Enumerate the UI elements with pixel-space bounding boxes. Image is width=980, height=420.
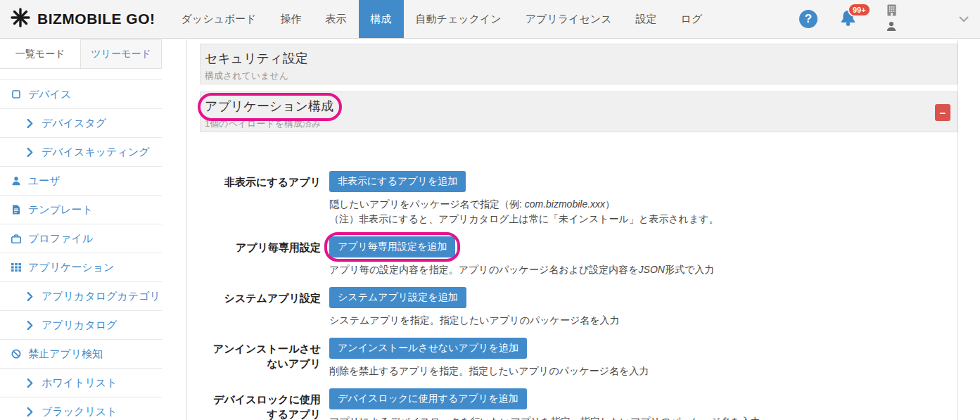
nav-display[interactable]: 表示 xyxy=(314,0,359,38)
row-note: （注）非表示にすると、アプリカタログ上は常に「未インストール」と表示されます。 xyxy=(329,212,719,226)
add-per-app-setting-button[interactable]: アプリ毎専用設定を追加 xyxy=(329,236,455,257)
sidebar-item-blacklist[interactable]: ブラックリスト xyxy=(0,397,162,420)
section-application-config[interactable]: アプリケーション構成 1個のペイロードを構成済み xyxy=(200,91,957,132)
desc-emphasis: JSON xyxy=(639,264,665,275)
desc-text: 隠したいアプリをパッケージ名で指定（例: xyxy=(329,198,525,210)
user-avatar-icon xyxy=(886,21,897,34)
sidebar-item-templates[interactable]: テンプレート xyxy=(0,195,162,224)
template-icon xyxy=(11,205,22,215)
sidebar-item-label: デバイスキッティング xyxy=(42,146,150,159)
sidebar-item-whitelist[interactable]: ホワイトリスト xyxy=(0,368,162,397)
chevron-right-icon xyxy=(24,119,35,128)
main-content: セキュリティ設定 構成されていません アプリケーション構成 1個のペイロードを構… xyxy=(186,39,958,420)
form-row-per-app-settings: アプリ毎専用設定 アプリ毎専用設定を追加 アプリ毎の設定内容を指定。アプリのパッ… xyxy=(200,236,957,277)
profile-icon xyxy=(11,234,22,243)
asterisk-logo-icon xyxy=(10,7,31,31)
notifications-button[interactable]: 99+ xyxy=(839,8,858,30)
chevron-right-icon xyxy=(24,321,35,330)
sidebar-item-device-kitting[interactable]: デバイスキッティング xyxy=(0,137,162,166)
row-description: 削除を禁止するアプリを指定。指定したいアプリのパッケージ名を入力 xyxy=(329,364,649,378)
chevron-right-icon xyxy=(24,148,35,157)
account-menu[interactable] xyxy=(886,4,897,34)
bell-icon xyxy=(839,18,858,30)
sidebar-item-label: デバイスタグ xyxy=(42,117,106,130)
row-label-line1: アンインストールさせ xyxy=(213,343,321,355)
chevron-down-icon[interactable] xyxy=(959,16,969,23)
sidebar-mode-tabs: 一覧モード ツリーモード xyxy=(0,39,162,69)
remove-payload-button[interactable]: − xyxy=(935,104,950,121)
topbar-right: ? 99+ xyxy=(799,0,980,38)
section-security-settings[interactable]: セキュリティ設定 構成されていません xyxy=(200,44,957,84)
form-row-system-app-settings: システムアプリ設定 システムアプリ設定を追加 システムアプリを指定。指定したいア… xyxy=(200,287,957,328)
nav-auto-checkin[interactable]: 自動チェックイン xyxy=(404,0,514,38)
nav-settings[interactable]: 設定 xyxy=(624,0,669,38)
ban-icon xyxy=(11,349,22,359)
row-label-line2: ないアプリ xyxy=(267,357,321,369)
row-label-line1: アプリ毎専用設定 xyxy=(236,241,321,253)
row-label: デバイスロックに使用 するアプリ xyxy=(200,388,321,420)
row-label-line1: 非表示にするアプリ xyxy=(224,176,321,188)
sidebar-item-applications[interactable]: アプリケーション xyxy=(0,253,162,281)
row-label-line1: システムアプリ設定 xyxy=(224,292,321,304)
sidebar-item-users[interactable]: ユーザ xyxy=(0,166,162,195)
row-content: デバイスロックに使用するアプリを追加 アプリによるデバイスロックを行いたいアプリ… xyxy=(329,388,761,420)
organization-icon xyxy=(886,4,897,19)
sidebar-menu: デバイス デバイスタグ デバイスキッティング ユーザ xyxy=(0,79,162,420)
section-subtitle: 1個のペイロードを構成済み xyxy=(205,117,950,130)
chevron-right-icon xyxy=(24,292,35,301)
nav-configuration[interactable]: 構成 xyxy=(359,0,404,38)
notification-badge: 99+ xyxy=(848,3,871,17)
nav-app-license[interactable]: アプリライセンス xyxy=(514,0,624,38)
add-system-app-setting-button[interactable]: システムアプリ設定を追加 xyxy=(329,287,466,308)
sidebar-item-device-tags[interactable]: デバイスタグ xyxy=(0,108,162,137)
section-title: アプリケーション構成 xyxy=(205,98,333,115)
row-label: 非表示にするアプリ xyxy=(200,171,321,227)
add-hidden-app-button[interactable]: 非表示にするアプリを追加 xyxy=(329,171,466,192)
desc-text: 削除を禁止するアプリを指定。指定したいアプリのパッケージ名を入力 xyxy=(329,365,649,376)
sidebar-item-label: ユーザ xyxy=(28,174,61,188)
tab-list-mode[interactable]: 一覧モード xyxy=(0,39,80,68)
sidebar-item-label: プロファイル xyxy=(28,232,93,246)
top-navbar: BIZMOBILE GO! ダッシュボード 操作 表示 構成 自動チェックイン … xyxy=(0,0,980,39)
row-label: アンインストールさせ ないアプリ xyxy=(200,338,321,378)
payload-form: − 非表示にするアプリ 非表示にするアプリを追加 隠したいアプリをパッケージ名で… xyxy=(187,132,957,420)
desc-text: システムアプリを指定。指定したいアプリのパッケージ名を入力 xyxy=(329,314,620,326)
row-description: アプリ毎の設定内容を指定。アプリのパッケージ名および設定内容をJSON形式で入力 xyxy=(329,262,714,276)
section-title: セキュリティ設定 xyxy=(205,50,308,67)
add-device-lock-app-button[interactable]: デバイスロックに使用するアプリを追加 xyxy=(329,388,527,409)
main-nav: ダッシュボード 操作 表示 構成 自動チェックイン アプリライセンス 設定 ログ xyxy=(170,0,715,38)
sidebar-item-app-catalog-category[interactable]: アプリカタログカテゴリ xyxy=(0,281,162,310)
form-row-prevent-uninstall-apps: アンインストールさせ ないアプリ アンインストールさせないアプリを追加 削除を禁… xyxy=(200,338,957,378)
tab-tree-mode[interactable]: ツリーモード xyxy=(80,39,162,68)
row-content: システムアプリ設定を追加 システムアプリを指定。指定したいアプリのパッケージ名を… xyxy=(329,287,620,328)
section-subtitle: 構成されていません xyxy=(205,70,950,82)
form-row-hidden-apps: 非表示にするアプリ 非表示にするアプリを追加 隠したいアプリをパッケージ名で指定… xyxy=(200,171,957,227)
sidebar-item-label: デバイス xyxy=(28,88,71,101)
desc-text: 形式で入力 xyxy=(665,264,714,275)
help-icon[interactable]: ? xyxy=(799,10,817,28)
desc-text: ） xyxy=(605,198,615,210)
chevron-right-icon xyxy=(24,407,35,416)
add-prevent-uninstall-app-button[interactable]: アンインストールさせないアプリを追加 xyxy=(329,338,527,359)
device-icon xyxy=(11,90,22,98)
row-content: 非表示にするアプリを追加 隠したいアプリをパッケージ名で指定（例: com.bi… xyxy=(329,171,719,227)
sidebar-item-banned-app-detection[interactable]: 禁止アプリ検知 xyxy=(0,339,162,368)
row-description: アプリによるデバイスロックを行いたいアプリを指定。指定したいアプリのパッケージ名… xyxy=(329,414,761,420)
sidebar-item-profiles[interactable]: プロファイル xyxy=(0,224,162,253)
app-logo[interactable]: BIZMOBILE GO! xyxy=(0,0,170,38)
nav-operations[interactable]: 操作 xyxy=(269,0,314,38)
app-title: BIZMOBILE GO! xyxy=(37,11,155,27)
sidebar-item-label: アプリカタログカテゴリ xyxy=(42,290,160,303)
desc-text: アプリ毎の設定内容を指定。アプリのパッケージ名および設定内容を xyxy=(329,264,639,275)
row-label: アプリ毎専用設定 xyxy=(200,236,321,277)
sidebar-item-devices[interactable]: デバイス xyxy=(0,79,162,108)
sidebar-item-app-catalog[interactable]: アプリカタログ xyxy=(0,310,162,339)
chevron-right-icon xyxy=(24,378,35,388)
row-description: システムアプリを指定。指定したいアプリのパッケージ名を入力 xyxy=(329,313,620,327)
sidebar-item-label: ブラックリスト xyxy=(42,405,117,419)
sidebar-item-label: テンプレート xyxy=(28,203,93,217)
nav-dashboard[interactable]: ダッシュボード xyxy=(170,0,269,38)
section-title-text: アプリケーション構成 xyxy=(205,99,333,113)
sidebar-item-label: アプリカタログ xyxy=(42,319,117,332)
nav-log[interactable]: ログ xyxy=(669,0,715,38)
